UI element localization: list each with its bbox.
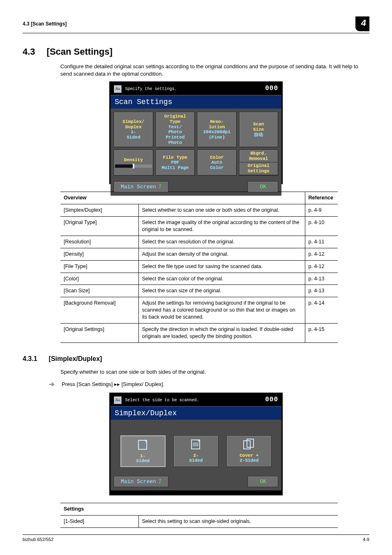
- table-row: [1-Sided]Select this setting to scan sin…: [60, 516, 338, 528]
- table-row: [Original Type]Select the image quality …: [60, 217, 338, 236]
- scan-setting-tile[interactable]: File TypePDFMulti Page: [156, 150, 195, 176]
- scan-setting-tile[interactable]: ColorAutoColor: [197, 150, 237, 176]
- svg-rect-4: [193, 442, 198, 446]
- screen2-title: Simplex/Duplex: [111, 406, 281, 420]
- screen2-counter: 000: [265, 395, 278, 405]
- header-divider: [23, 33, 369, 33]
- table-row: [Scan Size]Select the scan size of the o…: [60, 285, 338, 297]
- screen1-title: Scan Settings: [111, 95, 281, 109]
- subsection-intro: Specify whether to scan one side or both…: [60, 368, 365, 376]
- overview-header: Overview: [60, 192, 305, 204]
- return-arrow-icon: ⤴: [159, 479, 161, 485]
- scan-setting-tile[interactable]: Simplex/Duplex1-Sided: [114, 112, 153, 147]
- simplex-duplex-screenshot: AA Select the side to be scanned. 000 Si…: [109, 393, 283, 495]
- settings-header: Settings: [60, 503, 338, 516]
- footer-model: bizhub 652/552: [23, 536, 53, 543]
- return-arrow-icon: ⤴: [159, 184, 161, 190]
- step-arrow-icon: ➔: [49, 380, 54, 389]
- footer-page: 4-9: [363, 536, 369, 543]
- scan-setting-tile[interactable]: OriginalTypeText/PhotoPrintedPhoto: [156, 112, 195, 147]
- running-header: 4.3 [Scan Settings]: [23, 21, 67, 27]
- table-row: [Background Removal]Adjust the settings …: [60, 297, 338, 324]
- duplex-option[interactable]: 2-Sided: [173, 435, 219, 467]
- table-row: [File Type]Select the file type used for…: [60, 260, 338, 273]
- step-text: Press [Scan Settings] ▸▸ [Simplex/ Duple…: [62, 381, 164, 388]
- ok-button[interactable]: OK: [248, 181, 278, 193]
- scan-settings-screenshot: AA Specify the settings. 000 Scan Settin…: [109, 81, 283, 184]
- scan-setting-tile[interactable]: ScanSize自动: [239, 112, 279, 147]
- scan-setting-tile[interactable]: Reso-lution200x200dpi(Fine): [197, 112, 237, 147]
- duplex-option[interactable]: 1-Sided: [120, 435, 166, 467]
- ok-button[interactable]: OK: [248, 476, 278, 488]
- table-row: [Original Settings]Specify the direction…: [60, 323, 338, 342]
- scan-setting-tile[interactable]: Bkgrd.RemovalOriginalSettings: [239, 150, 279, 176]
- screen1-instruction: Specify the settings.: [125, 86, 177, 92]
- main-screen-button[interactable]: Main Screen⤴: [114, 181, 168, 193]
- section-intro: Configure the detailed original scan set…: [60, 63, 365, 77]
- table-row: [Density]Adjust the scan density of the …: [60, 248, 338, 260]
- duplex-option[interactable]: Cover +2-Sided: [226, 435, 272, 467]
- aa-icon: AA: [114, 396, 122, 404]
- section-title: [Scan Settings]: [47, 46, 113, 58]
- reference-header: Reference: [305, 192, 338, 204]
- aa-icon: AA: [114, 85, 122, 93]
- settings-table: Settings [1-Sided]Select this setting to…: [60, 503, 338, 528]
- table-row: [Color]Select the scan color of the orig…: [60, 273, 338, 285]
- svg-rect-0: [138, 440, 147, 449]
- subsection-number: 4.3.1: [23, 354, 37, 363]
- table-row: [Simplex/Duplex]Select whether to scan o…: [60, 204, 338, 217]
- table-row: [Resolution]Select the scan resolution o…: [60, 236, 338, 248]
- subsection-title: [Simplex/Duplex]: [49, 354, 102, 363]
- screen1-counter: 000: [265, 84, 278, 93]
- section-number: 4.3: [23, 46, 35, 58]
- chapter-badge: 4: [355, 16, 369, 31]
- overview-table: Overview Reference [Simplex/Duplex]Selec…: [60, 192, 338, 342]
- scan-setting-tile[interactable]: Density: [114, 150, 153, 176]
- screen2-instruction: Select the side to be scanned.: [125, 398, 199, 403]
- main-screen-button[interactable]: Main Screen⤴: [114, 476, 168, 488]
